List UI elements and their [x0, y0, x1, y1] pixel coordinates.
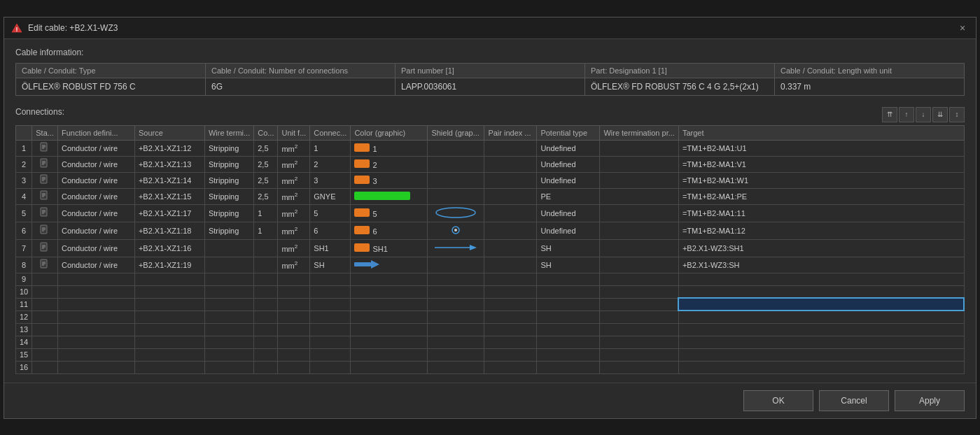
row-target[interactable]: =TM1+B2-MA1:12 [678, 222, 964, 239]
table-row[interactable]: 2 Conductor / wire +B2.X1-XZ1:13 Strippi… [16, 156, 965, 172]
empty-cell[interactable] [254, 336, 278, 348]
row-source[interactable]: +B2.X1-XZ1:15 [134, 188, 204, 204]
table-row[interactable]: 8 Conductor / wire +B2.X1-XZ1:19 mm2 SH … [16, 257, 965, 273]
empty-cell[interactable] [310, 361, 351, 373]
row-wire-term-pr[interactable] [600, 140, 678, 156]
apply-button[interactable]: Apply [895, 390, 965, 411]
col-header-shield[interactable]: Shield (grap... [428, 125, 484, 140]
row-wire-term[interactable]: Stripping [204, 140, 253, 156]
row-pair[interactable] [484, 188, 537, 204]
empty-cell[interactable] [57, 336, 134, 348]
sort-toggle-button[interactable]: ↕ [949, 107, 965, 122]
row-wire-term[interactable]: Stripping [204, 172, 253, 188]
empty-cell[interactable] [428, 336, 484, 348]
row-co[interactable]: 1 [254, 222, 278, 239]
row-wire-term-pr[interactable] [600, 257, 678, 273]
row-type[interactable]: Conductor / wire [57, 156, 134, 172]
empty-cell[interactable] [484, 273, 537, 285]
empty-cell[interactable] [32, 311, 58, 323]
empty-cell[interactable] [278, 285, 310, 298]
table-row-empty[interactable]: 11 [16, 298, 965, 311]
row-color[interactable]: 6 [351, 222, 428, 239]
row-connec[interactable]: 1 [310, 140, 351, 156]
empty-cell[interactable] [351, 348, 428, 361]
empty-cell[interactable] [428, 323, 484, 336]
row-wire-term-pr[interactable] [600, 188, 678, 204]
empty-cell[interactable] [254, 273, 278, 285]
row-unit[interactable]: mm2 [278, 204, 310, 222]
empty-cell[interactable] [204, 285, 253, 298]
empty-cell[interactable] [310, 323, 351, 336]
empty-cell[interactable] [204, 298, 253, 311]
empty-cell[interactable] [351, 336, 428, 348]
table-row-empty[interactable]: 15 [16, 348, 965, 361]
row-co[interactable]: 2,5 [254, 140, 278, 156]
empty-cell[interactable] [484, 323, 537, 336]
empty-cell[interactable] [537, 323, 600, 336]
row-pot-type[interactable]: Undefined [537, 204, 600, 222]
empty-cell[interactable] [134, 311, 204, 323]
row-wire-term[interactable]: Stripping [204, 204, 253, 222]
row-source[interactable]: +B2.X1-XZ1:12 [134, 140, 204, 156]
empty-cell[interactable]: 16 [16, 361, 32, 373]
empty-cell[interactable]: 13 [16, 323, 32, 336]
row-unit[interactable]: mm2 [278, 172, 310, 188]
empty-cell[interactable] [254, 323, 278, 336]
empty-cell[interactable] [678, 298, 964, 311]
row-target[interactable]: =TM1+B2-MA1:W1 [678, 172, 964, 188]
row-pair[interactable] [484, 257, 537, 273]
table-row-empty[interactable]: 9 [16, 273, 965, 285]
empty-cell[interactable] [278, 336, 310, 348]
empty-cell[interactable] [204, 361, 253, 373]
row-pair[interactable] [484, 239, 537, 257]
empty-cell[interactable] [57, 311, 134, 323]
empty-cell[interactable] [134, 273, 204, 285]
row-color[interactable]: 1 [351, 140, 428, 156]
empty-cell[interactable] [537, 273, 600, 285]
empty-cell[interactable] [428, 298, 484, 311]
empty-cell[interactable] [310, 285, 351, 298]
row-source[interactable]: +B2.X1-XZ1:13 [134, 156, 204, 172]
empty-cell[interactable]: 15 [16, 348, 32, 361]
row-connec[interactable]: 6 [310, 222, 351, 239]
row-pot-type[interactable]: PE [537, 188, 600, 204]
empty-cell[interactable] [310, 273, 351, 285]
empty-cell[interactable] [484, 298, 537, 311]
empty-cell[interactable] [278, 298, 310, 311]
empty-cell[interactable] [678, 273, 964, 285]
empty-cell[interactable] [600, 323, 678, 336]
row-wire-term[interactable]: Stripping [204, 222, 253, 239]
empty-cell[interactable]: 11 [16, 298, 32, 311]
empty-cell[interactable] [254, 361, 278, 373]
empty-cell[interactable] [351, 311, 428, 323]
col-header-pair[interactable]: Pair index ... [484, 125, 537, 140]
empty-cell[interactable] [537, 285, 600, 298]
empty-cell[interactable] [278, 348, 310, 361]
col-header-type[interactable]: Function defini... [57, 125, 134, 140]
row-pair[interactable] [484, 204, 537, 222]
row-color[interactable]: 3 [351, 172, 428, 188]
row-pair[interactable] [484, 140, 537, 156]
row-target[interactable]: =TM1+B2-MA1:11 [678, 204, 964, 222]
empty-cell[interactable] [57, 298, 134, 311]
row-source[interactable]: +B2.X1-XZ1:18 [134, 222, 204, 239]
row-pot-type[interactable]: Undefined [537, 222, 600, 239]
empty-cell[interactable] [310, 336, 351, 348]
empty-cell[interactable] [351, 285, 428, 298]
row-unit[interactable]: mm2 [278, 188, 310, 204]
row-source[interactable]: +B2.X1-XZ1:14 [134, 172, 204, 188]
row-connec[interactable]: 2 [310, 156, 351, 172]
empty-cell[interactable] [134, 323, 204, 336]
row-pair[interactable] [484, 156, 537, 172]
empty-cell[interactable] [484, 348, 537, 361]
sort-first-button[interactable]: ⇈ [882, 107, 897, 122]
row-color[interactable]: 2 [351, 156, 428, 172]
row-unit[interactable]: mm2 [278, 239, 310, 257]
empty-cell[interactable] [254, 348, 278, 361]
row-pot-type[interactable]: Undefined [537, 156, 600, 172]
row-co[interactable] [254, 257, 278, 273]
empty-cell[interactable] [134, 348, 204, 361]
empty-cell[interactable]: 10 [16, 285, 32, 298]
empty-cell[interactable] [484, 311, 537, 323]
row-pot-type[interactable]: SH [537, 257, 600, 273]
